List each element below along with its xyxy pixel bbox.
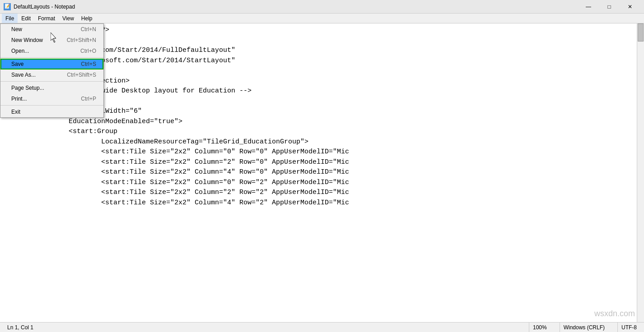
menu-save[interactable]: Save Ctrl+S (0, 59, 103, 69)
minimize-button[interactable]: — (578, 0, 599, 14)
save-label: Save (11, 61, 23, 67)
menu-format[interactable]: Format (34, 14, 59, 23)
menu-file[interactable]: File (2, 14, 18, 23)
zoom-level: 100% (529, 323, 551, 332)
menu-bar: File Edit Format View Help (0, 14, 644, 23)
line-endings: Windows (CRLF) (560, 323, 608, 332)
file-dropdown-menu: New Ctrl+N New Window Ctrl+Shift+N Open.… (0, 23, 104, 118)
maximize-button[interactable]: □ (599, 0, 620, 14)
window-title: DefaultLayouts - Notepad (14, 4, 578, 10)
menu-open[interactable]: Open... Ctrl+O (0, 46, 103, 56)
menu-new-window[interactable]: New Window Ctrl+Shift+N (0, 35, 103, 46)
scrollbar-thumb[interactable] (638, 23, 644, 42)
menu-print[interactable]: Print... Ctrl+P (0, 93, 103, 104)
new-window-label: New Window (11, 37, 43, 43)
menu-view[interactable]: View (59, 14, 78, 23)
encoding: UTF-8 (617, 323, 640, 332)
close-button[interactable]: ✕ (620, 0, 640, 14)
separator-1 (0, 57, 103, 58)
scrollbar-vertical[interactable] (637, 23, 644, 322)
status-bar: Ln 1, Col 1 100% Windows (CRLF) UTF-8 (0, 322, 644, 332)
separator-3 (0, 105, 103, 106)
print-label: Print... (11, 96, 27, 102)
open-label: Open... (11, 48, 29, 54)
app-icon: 📝 (4, 3, 11, 10)
new-window-shortcut: Ctrl+Shift+N (67, 37, 96, 43)
save-as-shortcut: Ctrl+Shift+S (67, 72, 96, 78)
menu-save-as[interactable]: Save As... Ctrl+Shift+S (0, 69, 103, 80)
page-setup-label: Page Setup... (11, 85, 44, 91)
separator-2 (0, 81, 103, 82)
new-label: New (11, 26, 22, 32)
save-as-label: Save As... (11, 72, 36, 78)
open-shortcut: Ctrl+O (80, 48, 96, 54)
new-shortcut: Ctrl+N (81, 26, 96, 32)
window-controls: — □ ✕ (578, 0, 640, 14)
save-shortcut: Ctrl+S (81, 61, 96, 67)
menu-page-setup[interactable]: Page Setup... (0, 83, 103, 93)
print-shortcut: Ctrl+P (81, 96, 96, 102)
menu-help[interactable]: Help (78, 14, 96, 23)
menu-edit[interactable]: Edit (18, 14, 34, 23)
cursor-position: Ln 1, Col 1 (4, 323, 37, 332)
title-bar: 📝 DefaultLayouts - Notepad — □ ✕ (0, 0, 644, 14)
menu-exit[interactable]: Exit (0, 106, 103, 117)
exit-label: Exit (11, 109, 20, 115)
menu-new[interactable]: New Ctrl+N (0, 24, 103, 35)
